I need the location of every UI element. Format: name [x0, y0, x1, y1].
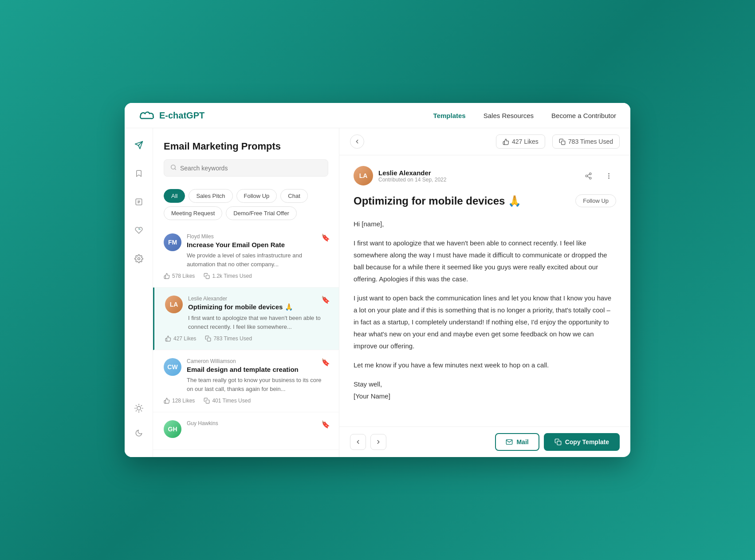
more-options-icon[interactable]: [601, 168, 616, 183]
template-name: Increase Your Email Open Rate: [187, 241, 328, 248]
search-input[interactable]: [180, 165, 322, 172]
document-icon[interactable]: [131, 194, 147, 210]
template-name: Email design and template creation: [187, 366, 328, 373]
svg-line-11: [141, 410, 142, 411]
template-preview: I first want to apologize that we haven'…: [188, 314, 328, 331]
template-preview: The team really got to know your busines…: [187, 376, 328, 393]
template-item-header: CW Cameron Williamson Email design and t…: [164, 358, 328, 393]
template-author: Guy Hawkins: [187, 420, 328, 426]
left-panel-header: Email Marketing Prompts: [153, 128, 339, 184]
back-button[interactable]: [350, 134, 364, 149]
template-stats: 427 Likes 783 Times Used: [165, 335, 328, 342]
detail-avatar: LA: [354, 166, 373, 185]
avatar: FM: [164, 233, 181, 251]
search-icon: [170, 164, 177, 172]
logo-area: E-chatGPT: [139, 110, 433, 121]
detail-title-row: Optimizing for mobile devices 🙏 Follow U…: [354, 194, 616, 207]
share-icon[interactable]: [581, 168, 596, 183]
nav-templates[interactable]: Templates: [433, 112, 466, 119]
mail-button[interactable]: Mail: [495, 433, 539, 451]
app-name: E-chatGPT: [159, 110, 204, 121]
detail-author-info: Leslie Alexander Contributed on 14 Sep, …: [378, 169, 575, 183]
svg-rect-20: [206, 400, 210, 403]
template-info: Cameron Williamson Email design and temp…: [187, 358, 328, 393]
template-item[interactable]: FM Floyd Miles Increase Your Email Open …: [153, 225, 339, 288]
body-sign-off: Stay well,[Your Name]: [354, 378, 616, 402]
follow-up-badge[interactable]: Follow Up: [575, 194, 616, 207]
like-stat: 578 Likes: [164, 273, 195, 279]
likes-stat: 427 Likes: [496, 134, 545, 149]
svg-line-17: [175, 169, 176, 170]
heart-icon[interactable]: [131, 222, 147, 238]
bookmark-icon[interactable]: 🔖: [321, 420, 330, 429]
template-stats: 128 Likes 401 Times Used: [164, 398, 328, 404]
template-author: Leslie Alexander: [188, 296, 328, 302]
body-para-3: Let me know if you have a few minutes ne…: [354, 359, 616, 371]
svg-line-10: [136, 406, 136, 406]
copy-template-button[interactable]: Copy Template: [544, 433, 620, 451]
template-body: Hi [name], I first want to apologize tha…: [354, 218, 616, 402]
svg-line-15: [141, 406, 142, 406]
template-item[interactable]: CW Cameron Williamson Email design and t…: [153, 350, 339, 412]
filter-demo-offer[interactable]: Demo/Free Trial Offer: [226, 206, 296, 220]
filter-meeting-request[interactable]: Meeting Request: [164, 206, 222, 220]
detail-author-row: LA Leslie Alexander Contributed on 14 Se…: [354, 166, 616, 185]
search-box[interactable]: [164, 159, 328, 177]
right-panel: 427 Likes 783 Times Used LA Leslie Alexa…: [339, 128, 630, 457]
bookmark-sidebar-icon[interactable]: [131, 166, 147, 181]
svg-point-7: [137, 406, 140, 410]
top-nav: E-chatGPT Templates Sales Resources Beco…: [125, 103, 630, 128]
svg-point-28: [608, 175, 609, 176]
filter-chat[interactable]: Chat: [280, 189, 307, 203]
detail-actions: [581, 168, 616, 183]
prev-template-button[interactable]: [350, 434, 366, 450]
next-template-button[interactable]: [370, 434, 386, 450]
use-stat: 783 Times Used: [205, 335, 252, 342]
bottom-bar: Mail Copy Template: [339, 426, 630, 457]
filter-all[interactable]: All: [164, 189, 185, 203]
avatar: GH: [164, 420, 181, 438]
sun-icon[interactable]: [131, 400, 147, 416]
template-stats: 578 Likes 1.2k Times Used: [164, 273, 328, 279]
main-content: Email Marketing Prompts All Sales Pitch …: [125, 128, 630, 457]
panel-title: Email Marketing Prompts: [164, 141, 328, 152]
template-item-header: FM Floyd Miles Increase Your Email Open …: [164, 233, 328, 268]
template-item[interactable]: GH Guy Hawkins 🔖: [153, 412, 339, 450]
uses-count: 783 Times Used: [568, 138, 613, 145]
like-stat: 128 Likes: [164, 398, 195, 404]
filter-follow-up[interactable]: Follow Up: [236, 189, 277, 203]
template-list: FM Floyd Miles Increase Your Email Open …: [153, 225, 339, 457]
template-info: Leslie Alexander Optimizing for mobile d…: [188, 296, 328, 331]
right-panel-header: 427 Likes 783 Times Used: [339, 128, 630, 155]
bookmark-icon[interactable]: 🔖: [321, 358, 330, 367]
filter-tags: All Sales Pitch Follow Up Chat Meeting R…: [153, 184, 339, 225]
template-author: Cameron Williamson: [187, 358, 328, 364]
left-panel: Email Marketing Prompts All Sales Pitch …: [153, 128, 339, 457]
detail-author-name: Leslie Alexander: [378, 169, 575, 177]
nav-sales-resources[interactable]: Sales Resources: [484, 112, 534, 119]
svg-line-14: [136, 410, 136, 411]
svg-line-26: [587, 174, 590, 175]
template-name: Optimizing for mobile devices 🙏: [188, 303, 328, 311]
uses-stat: 783 Times Used: [552, 134, 620, 149]
settings-icon[interactable]: [131, 251, 147, 267]
likes-count: 427 Likes: [512, 138, 539, 145]
template-preview: We provide a level of sales infrastructu…: [187, 251, 328, 268]
template-info: Guy Hawkins: [187, 420, 328, 428]
like-stat: 427 Likes: [165, 335, 196, 342]
svg-point-27: [608, 173, 609, 174]
body-para-1: I first want to apologize that we haven'…: [354, 237, 616, 285]
template-item[interactable]: LA Leslie Alexander Optimizing for mobil…: [153, 288, 339, 350]
avatar: LA: [165, 296, 183, 313]
moon-icon[interactable]: [131, 425, 147, 441]
template-item-header: LA Leslie Alexander Optimizing for mobil…: [165, 296, 328, 331]
use-stat: 1.2k Times Used: [204, 273, 252, 279]
template-detail: LA Leslie Alexander Contributed on 14 Se…: [339, 155, 630, 426]
filter-sales-pitch[interactable]: Sales Pitch: [189, 189, 232, 203]
bookmark-icon[interactable]: 🔖: [321, 296, 330, 304]
send-icon[interactable]: [131, 137, 147, 153]
use-stat: 401 Times Used: [204, 398, 251, 404]
nav-contributor[interactable]: Become a Contributor: [551, 112, 616, 119]
svg-rect-31: [557, 441, 561, 445]
bookmark-icon[interactable]: 🔖: [321, 233, 330, 242]
